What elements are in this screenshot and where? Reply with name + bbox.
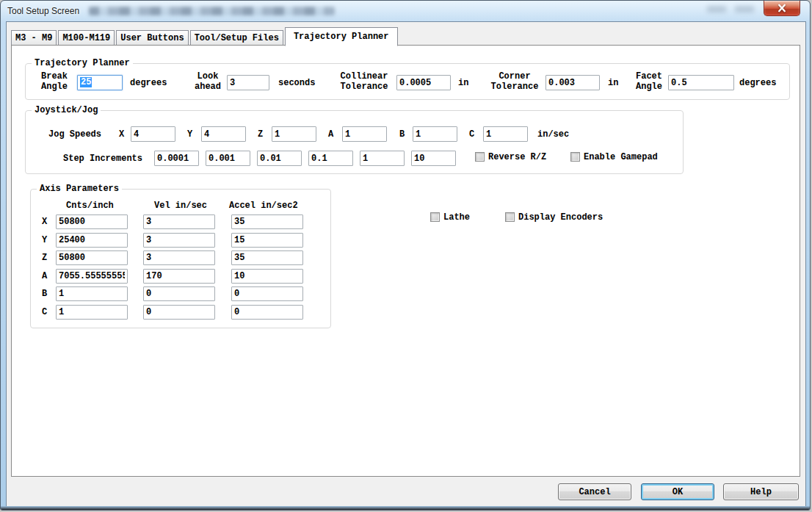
column-header-accel: Accel in/sec2 <box>229 201 298 211</box>
jog-speed-z-label: Z <box>258 129 263 140</box>
cancel-button[interactable]: Cancel <box>558 483 631 500</box>
jog-speed-x-label: X <box>119 129 124 140</box>
column-header-cnts-inch: Cnts/inch <box>66 201 114 211</box>
column-header-vel: Vel in/sec <box>154 201 207 211</box>
axis-parameters-group-label: Axis Parameters <box>37 184 122 194</box>
b-cnts-input[interactable] <box>56 286 128 301</box>
z-cnts-input[interactable] <box>56 250 128 265</box>
axis-row-label-a: A <box>42 271 47 281</box>
jog-speed-z-input[interactable] <box>272 126 316 142</box>
reverse-rz-checkbox[interactable]: Reverse R/Z <box>475 151 546 162</box>
collinear-tolerance-label: Collinear Tolerance <box>334 71 394 92</box>
lathe-checkbox[interactable]: Lathe <box>430 212 470 223</box>
tab-strip: M3 - M9 M100-M119 User Buttons Tool/Setu… <box>11 26 399 46</box>
axis-row-label-y: Y <box>42 235 47 245</box>
axis-row-label-b: B <box>42 289 47 299</box>
x-vel-input[interactable] <box>143 214 215 229</box>
c-vel-input[interactable] <box>143 305 215 320</box>
facet-angle-unit: degrees <box>739 78 776 88</box>
title-bar: Tool Setup Screen <box>1 1 810 21</box>
jog-speed-b-input[interactable] <box>413 126 457 142</box>
x-cnts-input[interactable] <box>56 214 128 229</box>
c-accel-input[interactable] <box>231 305 303 320</box>
step-increment-3-input[interactable] <box>257 151 302 166</box>
look-ahead-label: Look ahead <box>189 71 227 92</box>
display-encoders-checkbox[interactable]: Display Encoders <box>505 212 603 223</box>
axis-parameters-group: Axis Parameters Cnts/inch Vel in/sec Acc… <box>30 189 331 328</box>
step-increment-6-input[interactable] <box>411 151 456 166</box>
jog-speed-c-input[interactable] <box>483 126 528 142</box>
a-accel-input[interactable] <box>231 269 303 284</box>
step-increment-1-input[interactable] <box>154 151 199 166</box>
trajectory-planner-group: Trajectory Planner Break Angle 25 degree… <box>25 63 790 100</box>
a-cnts-input[interactable] <box>56 269 128 284</box>
trajectory-planner-group-label: Trajectory Planner <box>32 58 133 68</box>
display-encoders-checkbox-box <box>505 212 515 222</box>
a-vel-input[interactable] <box>143 269 215 284</box>
step-increments-label: Step Increments <box>63 154 142 164</box>
tab-user-buttons[interactable]: User Buttons <box>116 30 188 46</box>
dialog-client-area: M3 - M9 M100-M119 User Buttons Tool/Setu… <box>6 21 806 508</box>
b-vel-input[interactable] <box>143 286 215 301</box>
jog-speeds-label: Jog Speeds <box>48 129 101 140</box>
y-cnts-input[interactable] <box>56 233 128 248</box>
break-angle-label: Break Angle <box>33 71 76 92</box>
help-button[interactable]: Help <box>723 483 799 500</box>
y-accel-input[interactable] <box>231 233 303 248</box>
window-title: Tool Setup Screen <box>7 6 79 16</box>
tab-trajectory-planner[interactable]: Trajectory Planner <box>285 27 398 46</box>
axis-row-label-z: Z <box>42 253 47 263</box>
enable-gamepad-checkbox[interactable]: Enable Gamepad <box>570 151 658 162</box>
reverse-rz-checkbox-box <box>475 152 485 162</box>
c-cnts-input[interactable] <box>56 305 128 320</box>
jog-speed-c-label: C <box>469 129 474 140</box>
reverse-rz-checkbox-label: Reverse R/Z <box>488 152 546 162</box>
corner-tolerance-input[interactable] <box>545 75 600 90</box>
step-increment-2-input[interactable] <box>206 151 250 166</box>
joystick-jog-group-label: Joystick/Jog <box>32 105 101 115</box>
joystick-jog-group: Joystick/Jog Jog Speeds X Y Z A B C in/s… <box>25 110 684 174</box>
ok-button[interactable]: OK <box>641 483 714 500</box>
z-accel-input[interactable] <box>231 250 303 265</box>
break-angle-selected-text: 25 <box>80 77 92 87</box>
jog-speed-y-label: Y <box>187 129 192 140</box>
tab-tool-setup-files[interactable]: Tool/Setup Files <box>190 30 283 46</box>
corner-tolerance-label: Corner Tolerance <box>485 71 545 92</box>
trajectory-planner-page: Trajectory Planner Break Angle 25 degree… <box>11 45 800 477</box>
jog-speed-b-label: B <box>399 129 405 140</box>
axis-row-label-x: X <box>42 217 47 227</box>
tab-m100-m119[interactable]: M100-M119 <box>58 30 115 46</box>
axis-row-label-c: C <box>42 307 47 317</box>
break-angle-unit: degrees <box>130 78 167 88</box>
jog-speed-y-input[interactable] <box>201 126 246 142</box>
close-icon <box>776 4 788 12</box>
step-increment-4-input[interactable] <box>308 151 353 166</box>
step-increment-5-input[interactable] <box>360 151 405 166</box>
corner-tolerance-unit: in <box>608 78 618 88</box>
look-ahead-input[interactable] <box>227 75 269 90</box>
title-redacted-path <box>89 7 335 15</box>
lathe-checkbox-box <box>430 212 440 222</box>
enable-gamepad-checkbox-label: Enable Gamepad <box>584 152 658 162</box>
collinear-tolerance-input[interactable] <box>396 75 451 90</box>
tab-m3-m9[interactable]: M3 - M9 <box>11 30 57 46</box>
close-button[interactable] <box>764 1 800 16</box>
facet-angle-input[interactable] <box>668 75 734 90</box>
collinear-tolerance-unit: in <box>458 78 468 88</box>
minimize-button-ghost <box>707 6 726 12</box>
tool-setup-window: Tool Setup Screen M3 - M9 M100-M119 User… <box>0 0 811 511</box>
facet-angle-label: Facet Angle <box>631 71 667 92</box>
enable-gamepad-checkbox-box <box>570 152 580 162</box>
maximize-button-ghost <box>735 6 754 12</box>
lathe-checkbox-label: Lathe <box>443 212 470 223</box>
x-accel-input[interactable] <box>231 214 303 229</box>
b-accel-input[interactable] <box>231 286 303 301</box>
jog-speed-x-input[interactable] <box>131 126 175 142</box>
jog-speeds-unit: in/sec <box>537 129 569 140</box>
z-vel-input[interactable] <box>143 250 215 265</box>
jog-speed-a-input[interactable] <box>342 126 387 142</box>
y-vel-input[interactable] <box>143 233 215 248</box>
jog-speed-a-label: A <box>328 129 333 140</box>
break-angle-input[interactable]: 25 <box>77 75 123 90</box>
display-encoders-checkbox-label: Display Encoders <box>518 212 603 223</box>
